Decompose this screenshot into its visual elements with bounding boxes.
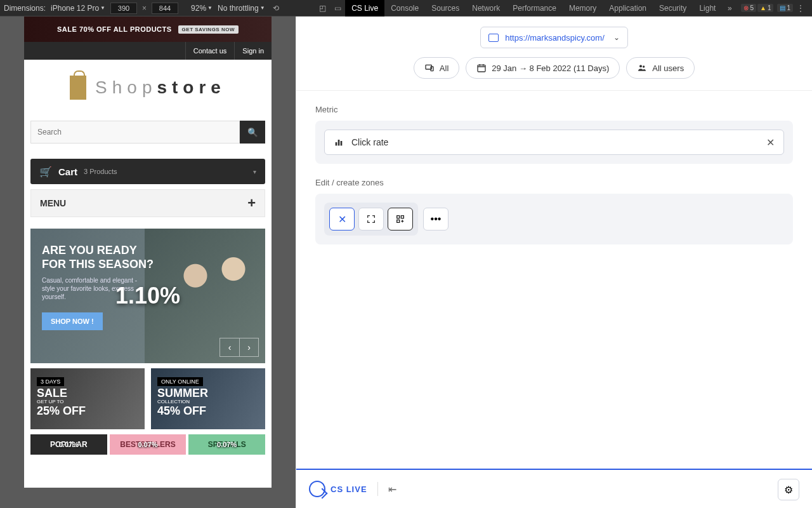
svg-rect-2 <box>478 65 485 72</box>
tab-popular[interactable]: POPULAR0.07% <box>30 434 107 455</box>
tab-console[interactable]: Console <box>384 0 425 17</box>
zone-overlay-value: 1.10% <box>115 283 180 309</box>
svg-rect-5 <box>336 142 337 145</box>
close-icon: ✕ <box>338 213 346 225</box>
metric-name: Click rate <box>351 137 388 147</box>
plus-icon: + <box>247 195 256 211</box>
issue-badges[interactable]: 5 1 <box>741 4 773 12</box>
nav-contact[interactable]: Contact us <box>185 42 235 60</box>
carousel-next[interactable]: › <box>239 338 258 356</box>
tab-network[interactable]: Network <box>466 0 506 17</box>
users-filter-pill[interactable]: All users <box>626 57 695 79</box>
collapse-panel-button[interactable]: ⇤ <box>388 483 396 495</box>
promo-card-sale[interactable]: 3 DAYS SALE GET UP TO 25% OFF <box>30 368 145 429</box>
tab-memory[interactable]: Memory <box>563 0 603 17</box>
bag-icon <box>70 76 86 100</box>
svg-point-3 <box>639 65 642 67</box>
device-dropdown[interactable]: iPhone 12 Pro▼ <box>51 4 105 13</box>
dimensions-label: Dimensions: <box>4 4 46 13</box>
promo-card-summer[interactable]: ONLY ONLINE SUMMER COLLECTION 45% OFF <box>151 368 265 429</box>
tab-sources[interactable]: Sources <box>425 0 466 17</box>
cart-icon: 🛒 <box>39 166 52 178</box>
svg-rect-6 <box>338 140 340 145</box>
zone-tool-close[interactable]: ✕ <box>329 208 355 231</box>
search-icon: 🔍 <box>247 128 258 137</box>
svg-rect-10 <box>397 220 400 222</box>
users-icon <box>637 63 647 73</box>
clear-metric-icon[interactable]: ✕ <box>766 137 775 149</box>
bar-chart-icon <box>334 137 344 147</box>
rotate-icon[interactable]: ⟲ <box>273 4 279 13</box>
height-input[interactable] <box>152 3 178 14</box>
calendar-icon <box>476 63 487 73</box>
metric-selector[interactable]: Click rate ✕ <box>324 130 784 155</box>
search-bar: 🔍 <box>24 116 272 149</box>
cslive-logo-icon <box>309 481 325 497</box>
devtools-toolbar: Dimensions: iPhone 12 Pro▼ × 92%▼ No thr… <box>0 0 812 17</box>
zoom-dropdown[interactable]: 92%▼ <box>191 4 213 13</box>
svg-point-4 <box>643 65 645 67</box>
device-filter-pill[interactable]: All <box>414 57 459 79</box>
chevron-down-icon: ⌄ <box>613 33 620 42</box>
hero-cta[interactable]: SHOP NOW ! <box>42 312 103 330</box>
devices-icon <box>424 63 435 73</box>
tab-performance[interactable]: Performance <box>506 0 563 17</box>
zone-overlay-value: 0.07% <box>217 441 237 448</box>
tab-specials[interactable]: SPECIALS0.07% <box>188 434 265 455</box>
date-range-pill[interactable]: 29 Jan → 8 Feb 2022 (11 Days) <box>466 57 620 79</box>
product-tabs: POPULAR0.07% BESTSELLERS0.07% SPECIALS0.… <box>30 434 265 455</box>
logo-text: Shopstore <box>95 77 226 98</box>
devtools-menu-icon[interactable]: ⋮ <box>793 4 808 13</box>
tab-bestsellers[interactable]: BESTSELLERS0.07% <box>110 434 187 455</box>
promo-banner[interactable]: SALE 70% OFF ALL PRODUCTS GET SAVINGS NO… <box>24 17 272 42</box>
site-logo[interactable]: Shopstore <box>24 60 272 116</box>
tab-cslive[interactable]: CS Live <box>345 0 384 17</box>
metric-section-label: Metric <box>315 105 793 114</box>
device-toggle-icon[interactable]: ▭ <box>330 4 345 13</box>
tab-security[interactable]: Security <box>653 0 693 17</box>
top-nav: Contact us Sign in <box>24 42 272 60</box>
promo-cta[interactable]: GET SAVINGS NOW <box>178 25 239 34</box>
carousel-prev[interactable]: ‹ <box>220 338 239 356</box>
zone-overlay-value: 0.07% <box>138 441 157 448</box>
gear-icon: ⚙ <box>784 484 793 496</box>
svg-rect-7 <box>341 141 343 145</box>
menu-toggle[interactable]: MENU + <box>30 189 265 217</box>
hero-banner[interactable]: ARE YOU READYFOR THIS SEASON? Casual, co… <box>30 229 265 363</box>
zone-tool-select[interactable] <box>358 208 384 231</box>
page-icon <box>488 34 499 42</box>
zone-tool-grid[interactable] <box>388 208 413 231</box>
device-preview-pane: SALE 70% OFF ALL PRODUCTS GET SAVINGS NO… <box>0 17 296 508</box>
tab-light[interactable]: Light <box>693 0 722 17</box>
panel-header: https://marksandspicy.com/ ⌄ All 29 Jan … <box>296 17 812 91</box>
nav-signin[interactable]: Sign in <box>234 42 272 60</box>
svg-rect-9 <box>401 216 403 218</box>
zone-tool-group: ✕ <box>324 203 418 236</box>
cart-title: Cart <box>58 166 77 177</box>
carousel-arrows: ‹ › <box>219 338 259 357</box>
metric-card: Click rate ✕ <box>315 121 793 164</box>
chevron-down-icon: ▾ <box>253 168 256 175</box>
throttling-dropdown[interactable]: No throttling▼ <box>218 4 265 13</box>
zones-section-label: Edit / create zones <box>315 178 793 187</box>
footer-divider <box>377 482 378 496</box>
zone-more-button[interactable]: ••• <box>423 208 449 231</box>
cart-bar[interactable]: 🛒 Cart 3 Products ▾ <box>30 159 265 184</box>
grid-icon <box>395 214 405 224</box>
fullscreen-icon <box>366 214 376 224</box>
width-input[interactable] <box>110 3 137 14</box>
search-button[interactable]: 🔍 <box>240 121 265 144</box>
more-icon: ••• <box>431 213 442 225</box>
settings-button[interactable]: ⚙ <box>778 479 799 500</box>
zones-card: ✕ ••• <box>315 194 793 244</box>
tab-overflow-icon[interactable]: » <box>722 4 737 13</box>
inspect-icon[interactable]: ◰ <box>315 4 330 13</box>
device-frame: SALE 70% OFF ALL PRODUCTS GET SAVINGS NO… <box>24 17 272 488</box>
tab-application[interactable]: Application <box>603 0 653 17</box>
zone-overlay-value: 0.07% <box>59 441 79 448</box>
message-badge[interactable]: 1 <box>777 4 793 12</box>
url-selector[interactable]: https://marksandspicy.com/ ⌄ <box>480 27 628 48</box>
panel-footer: CS LIVE ⇤ ⚙ <box>296 469 812 508</box>
promo-text: SALE 70% OFF ALL PRODUCTS <box>57 25 172 33</box>
search-input[interactable] <box>30 121 240 144</box>
